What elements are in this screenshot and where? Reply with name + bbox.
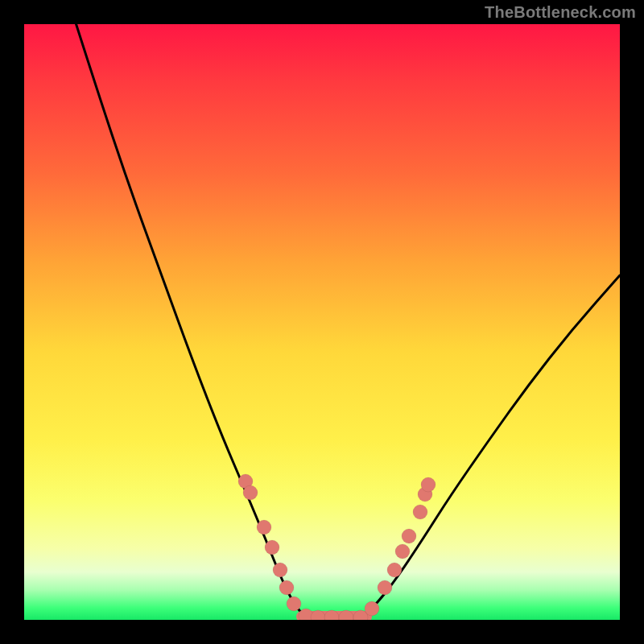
- chart-stage: TheBottleneck.com: [0, 0, 644, 644]
- highlight-dot: [395, 544, 410, 559]
- highlight-dot: [257, 520, 271, 535]
- highlight-dot: [273, 563, 287, 577]
- highlight-dot: [402, 529, 416, 543]
- highlight-dot: [287, 597, 301, 611]
- highlight-dot: [279, 580, 294, 595]
- highlight-dot: [243, 485, 258, 500]
- plot-area: [24, 24, 620, 620]
- highlight-dots-group: [238, 474, 436, 620]
- watermark-text: TheBottleneck.com: [485, 3, 636, 22]
- highlight-dot: [387, 563, 402, 577]
- highlight-dot: [421, 477, 436, 492]
- highlight-dot: [365, 601, 379, 616]
- highlight-dot: [413, 505, 427, 519]
- highlight-dot: [265, 540, 279, 555]
- highlight-dot: [378, 580, 392, 595]
- curves-svg: [24, 24, 620, 620]
